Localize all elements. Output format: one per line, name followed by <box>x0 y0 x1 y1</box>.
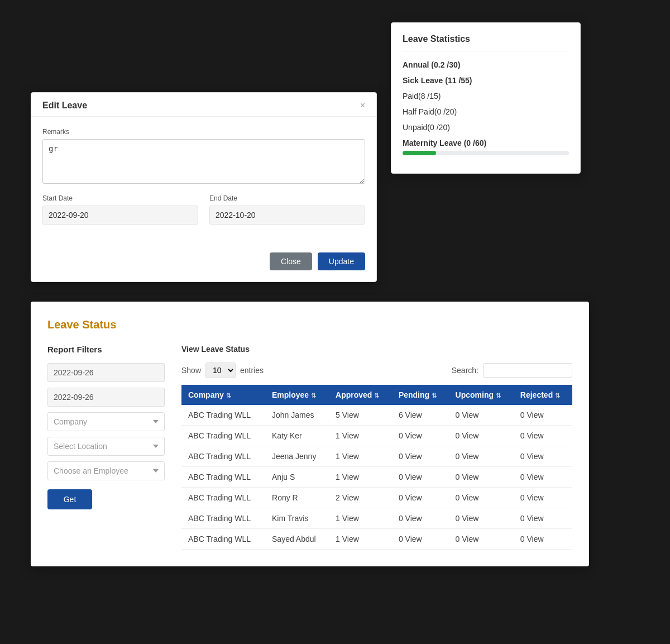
table-cell-upcoming: 0 View <box>449 529 514 550</box>
table-cell-company: ABC Trading WLL <box>181 405 265 426</box>
modal-close-button[interactable]: × <box>360 101 365 111</box>
table-cell-upcoming: 0 View <box>449 426 514 446</box>
table-row: ABC Trading WLLJeena Jenny1 View0 View0 … <box>181 446 572 467</box>
table-cell-approved: 1 View <box>329 529 392 550</box>
table-head: Company⇅Employee⇅Approved⇅Pending⇅Upcomi… <box>181 385 572 405</box>
table-row: ABC Trading WLLKaty Ker1 View0 View0 Vie… <box>181 426 572 446</box>
table-cell-company: ABC Trading WLL <box>181 488 265 508</box>
table-header-approved[interactable]: Approved⇅ <box>329 385 392 405</box>
stat-label: Annual (0.2 /30) <box>403 60 569 69</box>
table-header-employee[interactable]: Employee⇅ <box>265 385 329 405</box>
end-date-group: End Date <box>209 194 365 225</box>
table-cell-rejected: 0 View <box>514 426 572 446</box>
table-header-company[interactable]: Company⇅ <box>181 385 265 405</box>
table-cell-employee: Katy Ker <box>265 426 329 446</box>
leave-stats-panel: Leave Statistics Annual (0.2 /30)Sick Le… <box>391 22 581 174</box>
stat-item: Annual (0.2 /30) <box>403 60 569 69</box>
table-cell-upcoming: 0 View <box>449 508 514 529</box>
update-button[interactable]: Update <box>318 252 365 270</box>
table-cell-employee: Rony R <box>265 488 329 508</box>
data-table: Company⇅Employee⇅Approved⇅Pending⇅Upcomi… <box>181 385 572 550</box>
table-cell-company: ABC Trading WLL <box>181 446 265 467</box>
filters-panel: Report Filters Company Select Location C… <box>47 345 165 550</box>
table-row: ABC Trading WLLKim Travis1 View0 View0 V… <box>181 508 572 529</box>
stat-item: Unpaid(0 /20) <box>403 123 569 132</box>
search-input[interactable] <box>483 363 572 378</box>
table-cell-upcoming: 0 View <box>449 467 514 488</box>
table-row: ABC Trading WLLJohn James5 View6 View0 V… <box>181 405 572 426</box>
get-button[interactable]: Get <box>47 489 92 509</box>
table-row: ABC Trading WLLSayed Abdul1 View0 View0 … <box>181 529 572 550</box>
stat-bar-container <box>403 151 569 155</box>
table-cell-company: ABC Trading WLL <box>181 529 265 550</box>
table-cell-pending: 0 View <box>392 446 449 467</box>
modal-footer: Close Update <box>31 247 376 282</box>
table-header-upcoming[interactable]: Upcoming⇅ <box>449 385 514 405</box>
start-date-group: Start Date <box>42 194 198 225</box>
remarks-label: Remarks <box>42 128 365 136</box>
modal-body: Remarks gr Start Date End Date <box>31 117 376 247</box>
table-controls: Show 10 25 50 entries Search: <box>181 362 572 378</box>
employee-select[interactable]: Choose an Employee <box>47 461 165 480</box>
stats-title: Leave Statistics <box>403 34 569 51</box>
table-cell-company: ABC Trading WLL <box>181 426 265 446</box>
date1-input[interactable] <box>47 363 165 382</box>
table-cell-rejected: 0 View <box>514 405 572 426</box>
company-select[interactable]: Company <box>47 412 165 431</box>
table-cell-employee: Kim Travis <box>265 508 329 529</box>
sort-icon: ⇅ <box>374 392 379 399</box>
start-date-label: Start Date <box>42 194 198 202</box>
filters-title: Report Filters <box>47 345 165 354</box>
view-label: View Leave Status <box>181 345 572 354</box>
stats-items: Annual (0.2 /30)Sick Leave (11 /55)Paid(… <box>403 60 569 155</box>
date2-input[interactable] <box>47 388 165 407</box>
table-cell-employee: Jeena Jenny <box>265 446 329 467</box>
location-select[interactable]: Select Location <box>47 437 165 456</box>
modal-title: Edit Leave <box>42 101 87 111</box>
table-cell-rejected: 0 View <box>514 488 572 508</box>
stat-label: Maternity Leave (0 /60) <box>403 139 569 147</box>
table-cell-pending: 0 View <box>392 529 449 550</box>
table-cell-approved: 5 View <box>329 405 392 426</box>
search-label: Search: <box>452 366 478 375</box>
view-sub-text: Leave Status <box>202 345 250 354</box>
table-header-row: Company⇅Employee⇅Approved⇅Pending⇅Upcomi… <box>181 385 572 405</box>
remarks-group: Remarks gr <box>42 128 365 185</box>
table-cell-pending: 0 View <box>392 467 449 488</box>
table-header-rejected[interactable]: Rejected⇅ <box>514 385 572 405</box>
sort-icon: ⇅ <box>555 392 560 399</box>
stat-bar <box>403 151 436 155</box>
stat-label: Half Paid(0 /20) <box>403 107 569 116</box>
table-cell-pending: 0 View <box>392 508 449 529</box>
table-header-pending[interactable]: Pending⇅ <box>392 385 449 405</box>
table-cell-company: ABC Trading WLL <box>181 467 265 488</box>
end-date-input[interactable] <box>209 206 365 225</box>
stat-item: Half Paid(0 /20) <box>403 107 569 116</box>
show-label: Show <box>181 366 201 375</box>
table-cell-rejected: 0 View <box>514 508 572 529</box>
table-cell-rejected: 0 View <box>514 446 572 467</box>
modal-header: Edit Leave × <box>31 93 376 117</box>
start-date-input[interactable] <box>42 206 198 225</box>
table-cell-pending: 6 View <box>392 405 449 426</box>
content-layout: Report Filters Company Select Location C… <box>47 345 572 550</box>
sort-icon: ⇅ <box>226 392 231 399</box>
table-cell-rejected: 0 View <box>514 529 572 550</box>
leave-status-section: Leave Status Report Filters Company Sele… <box>31 302 589 566</box>
close-button[interactable]: Close <box>270 252 312 270</box>
edit-leave-modal: Edit Leave × Remarks gr Start Date End D… <box>31 92 377 282</box>
table-cell-approved: 1 View <box>329 446 392 467</box>
table-cell-upcoming: 0 View <box>449 405 514 426</box>
entries-select[interactable]: 10 25 50 <box>205 362 236 378</box>
table-cell-pending: 0 View <box>392 488 449 508</box>
table-cell-upcoming: 0 View <box>449 488 514 508</box>
table-cell-approved: 1 View <box>329 467 392 488</box>
stat-item: Paid(8 /15) <box>403 92 569 101</box>
table-cell-employee: John James <box>265 405 329 426</box>
sort-icon: ⇅ <box>496 392 501 399</box>
remarks-textarea[interactable]: gr <box>42 139 365 184</box>
table-cell-approved: 2 View <box>329 488 392 508</box>
table-cell-rejected: 0 View <box>514 467 572 488</box>
view-text: View <box>181 345 199 354</box>
sort-icon: ⇅ <box>311 392 316 399</box>
